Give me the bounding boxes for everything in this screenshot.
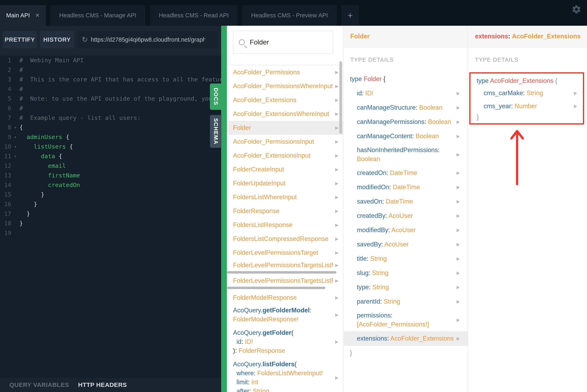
tab-main-api[interactable]: Main API✕ [0, 5, 46, 26]
docs-search-input[interactable] [250, 38, 328, 46]
breadcrumb-extensions-field[interactable]: extensions [475, 33, 508, 40]
editor-line: 6# [0, 104, 221, 113]
doc-query-item[interactable]: AcoQuery.getFolderModel:FolderModelRespo… [227, 304, 343, 325]
docs-scrollbar[interactable] [339, 61, 342, 134]
tab-headless-cms-read-api[interactable]: Headless CMS - Read API [150, 5, 238, 26]
doc-type-item[interactable]: FolderResponse▶ [227, 204, 343, 218]
line-number: 12 [0, 161, 11, 171]
type-def-line: type AcoFolder_Extensions { [470, 75, 583, 86]
query-editor[interactable]: 1# Webiny Main API2#3# This is the core … [0, 56, 221, 378]
type-field-row[interactable]: slug: String▶ [344, 266, 468, 280]
line-number: 16 [0, 200, 11, 209]
http-headers-toggle[interactable]: HTTP HEADERS [78, 382, 127, 388]
docs-panel-divider[interactable] [221, 26, 227, 392]
chevron-right-icon: ▶ [457, 318, 460, 322]
doc-type-label: Folder [233, 124, 333, 132]
close-tab-icon[interactable]: ✕ [35, 12, 40, 18]
chevron-right-icon: ▶ [457, 285, 460, 290]
tab-headless-cms-preview-api[interactable]: Headless CMS - Preview API [242, 5, 337, 26]
type-field-row[interactable]: extensions: AcoFolder_Extensions▶ [344, 331, 468, 346]
endpoint-url-input[interactable] [91, 36, 205, 43]
annotation-arrow [505, 128, 529, 187]
doc-type-item[interactable]: AcoFolder_ExtensionsInput▶ [227, 149, 343, 162]
editor-toolbar: PRETTIFY HISTORY ↺ [0, 26, 221, 56]
type-field-row[interactable]: type: String▶ [344, 280, 468, 294]
doc-type-item[interactable]: FolderLevelPermissionsTargetsListRespo▶ [227, 275, 343, 286]
doc-type-item[interactable]: FolderLevelPermissionsTargetsListMeta▶ [227, 260, 343, 271]
type-field-row[interactable]: canManagePermissions: Boolean▶ [344, 115, 468, 129]
chevron-right-icon: ▶ [457, 299, 460, 304]
doc-type-item[interactable]: FolderUpdateInput▶ [227, 176, 343, 190]
type-details-heading: TYPE DETAILS [475, 57, 518, 63]
doc-type-item[interactable]: AcoFolder_ExtensionsWhereInput▶ [227, 107, 343, 121]
fold-gutter [11, 180, 20, 190]
doc-query-item[interactable]: AcoQuery.getFolder( id: ID!): FolderResp… [227, 327, 343, 356]
type-field-row[interactable]: createdBy: AcoUser▶ [344, 209, 468, 223]
history-button[interactable]: HISTORY [40, 31, 74, 48]
tab-headless-cms-manage-api[interactable]: Headless CMS - Manage API [50, 5, 145, 26]
type-field-row[interactable]: savedBy: AcoUser▶ [344, 237, 468, 252]
chevron-right-icon: ▶ [457, 120, 460, 124]
reload-icon[interactable]: ↺ [82, 35, 88, 44]
doc-type-item[interactable]: AcoFolder_PermissionsInput▶ [227, 135, 343, 149]
schema-side-tab[interactable]: SCHEMA [210, 115, 221, 148]
fold-arrow-icon[interactable]: ▾ [11, 123, 20, 132]
doc-type-item[interactable]: FoldersListCompressedResponse▶ [227, 232, 343, 246]
fold-arrow-icon[interactable]: ▾ [11, 142, 20, 152]
query-variables-toggle[interactable]: QUERY VARIABLES [10, 382, 69, 388]
horizontal-scrollbar[interactable] [227, 271, 337, 274]
doc-type-item[interactable]: FolderModelResponse▶ [227, 291, 343, 304]
type-field-row[interactable]: modifiedOn: DateTime▶ [344, 180, 468, 194]
editor-line: 1# Webiny Main API [0, 56, 221, 65]
type-field-row[interactable]: parentId: String▶ [344, 294, 468, 309]
breadcrumb-extensions-type[interactable]: AcoFolder_Extensions [512, 33, 581, 40]
tab-label: Headless CMS - Read API [159, 12, 229, 19]
doc-type-item[interactable]: Folder▶ [227, 121, 343, 135]
editor-line: 2# [0, 65, 221, 75]
doc-type-item[interactable]: FoldersListResponse▶ [227, 218, 343, 232]
type-field-row[interactable]: canManageContent: Boolean▶ [344, 129, 468, 143]
editor-line: 13 firstName [0, 171, 221, 180]
prettify-button[interactable]: PRETTIFY [3, 31, 37, 48]
doc-type-item[interactable]: AcoFolder_Extensions▶ [227, 93, 343, 107]
docs-side-tab[interactable]: DOCS [210, 84, 221, 110]
editor-line: 10▾ listUsers { [0, 142, 221, 152]
line-number: 7 [0, 113, 11, 123]
doc-type-label: AcoFolder_Extensions [233, 96, 333, 104]
doc-type-item[interactable]: FolderCreateInput▶ [227, 162, 343, 176]
doc-type-item[interactable]: AcoFolder_PermissionsWhereInput▶ [227, 79, 343, 93]
doc-query-item[interactable]: AcoQuery.listFolders( where: FoldersList… [227, 358, 343, 392]
doc-type-item[interactable]: AcoFolder_Permissions▶ [227, 65, 343, 79]
type-field-row[interactable]: canManageStructure: Boolean▶ [344, 100, 468, 115]
type-field-row[interactable]: cms_carMake: String▶ [470, 86, 583, 100]
type-field-row[interactable]: hasNonInheritedPermissions: Boolean▶ [344, 143, 468, 166]
type-def-line: } [344, 346, 468, 360]
chevron-right-icon: ▶ [335, 139, 339, 144]
horizontal-scrollbar[interactable] [227, 287, 325, 289]
type-field-row[interactable]: createdOn: DateTime▶ [344, 166, 468, 180]
chevron-right-icon: ▶ [335, 337, 339, 346]
fold-gutter [11, 56, 20, 65]
settings-button[interactable] [571, 4, 582, 15]
breadcrumb: extensions: AcoFolder_Extensions [468, 26, 587, 47]
type-field-row[interactable]: id: ID!▶ [344, 86, 468, 100]
type-field-row[interactable]: savedOn: DateTime▶ [344, 194, 468, 209]
fold-arrow-icon[interactable]: ▾ [11, 132, 20, 142]
chevron-right-icon: ▶ [457, 256, 460, 261]
new-tab-button[interactable]: + [341, 5, 359, 26]
type-field-row[interactable]: title: String▶ [344, 252, 468, 266]
type-field-row[interactable]: permissions: [AcoFolder_Permissions!]▶ [344, 309, 468, 331]
chevron-right-icon: ▶ [335, 181, 339, 186]
editor-line: 15 } [0, 190, 221, 200]
doc-type-label: FolderLevelPermissionsTargetsListMeta [233, 262, 333, 269]
doc-type-item[interactable]: FoldersListWhereInput▶ [227, 190, 343, 204]
editor-line: 19 [0, 228, 221, 238]
line-number: 5 [0, 94, 11, 104]
fold-arrow-icon[interactable]: ▾ [11, 152, 20, 161]
fold-gutter [11, 219, 20, 228]
breadcrumb-folder[interactable]: Folder [350, 33, 370, 40]
type-field-row[interactable]: cms_year: Number▶ [470, 100, 583, 113]
chevron-right-icon: ▶ [335, 153, 339, 158]
doc-type-item[interactable]: FolderLevelPermissionsTarget▶ [227, 246, 343, 260]
type-field-row[interactable]: modifiedBy: AcoUser▶ [344, 223, 468, 237]
